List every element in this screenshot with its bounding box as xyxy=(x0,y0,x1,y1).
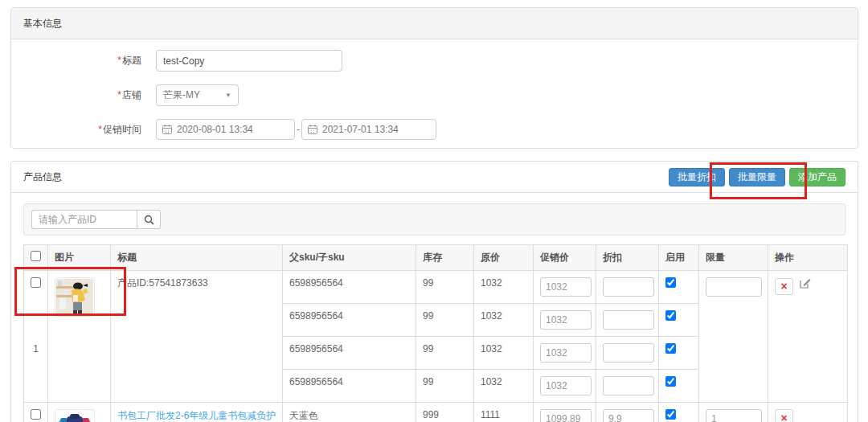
table-row: 1 xyxy=(24,271,848,304)
promo-time-field-row: *促销时间 2020-08-01 13:34 - 2021-07-01 13:3… xyxy=(23,119,845,140)
enable-checkbox[interactable] xyxy=(665,277,676,288)
product-id-text: 产品ID:57541873633 xyxy=(117,277,230,289)
sku-cell: 6598956564 xyxy=(283,337,416,370)
discount-input[interactable] xyxy=(603,376,654,395)
promo-price-input[interactable] xyxy=(540,277,592,297)
product-info-title: 产品信息 xyxy=(23,171,62,182)
chevron-down-icon: ▼ xyxy=(225,92,231,99)
enable-checkbox[interactable] xyxy=(665,310,676,321)
edit-row-icon[interactable] xyxy=(800,277,811,291)
stock-cell: 99 xyxy=(416,304,474,337)
col-header-stock: 库存 xyxy=(416,245,474,271)
original-price-cell: 1032 xyxy=(474,370,534,403)
row-select-checkbox[interactable] xyxy=(31,409,41,420)
stock-cell: 999 xyxy=(416,403,474,422)
promo-price-input[interactable] xyxy=(540,310,592,330)
promo-price-input[interactable] xyxy=(540,376,592,395)
col-header-actions: 操作 xyxy=(768,245,848,271)
basic-info-header: 基本信息 xyxy=(11,8,858,39)
promo-end-input[interactable]: 2021-07-01 13:34 xyxy=(301,119,436,140)
discount-input[interactable] xyxy=(603,277,654,297)
enable-checkbox[interactable] xyxy=(665,376,676,387)
product-id-search-input[interactable] xyxy=(31,210,137,229)
search-button[interactable] xyxy=(137,210,161,229)
bulk-limit-button[interactable]: 批量限量 xyxy=(729,168,785,186)
sku-cell: 6598956564 xyxy=(283,271,416,304)
discount-input[interactable] xyxy=(603,409,654,422)
promo-end-value: 2021-07-01 13:34 xyxy=(322,124,399,135)
delete-row-button[interactable]: × xyxy=(775,409,793,422)
select-all-checkbox[interactable] xyxy=(31,251,41,261)
promo-start-input[interactable]: 2020-08-01 13:34 xyxy=(156,119,295,140)
product-image[interactable] xyxy=(55,277,95,317)
product-title-link[interactable]: 书包工厂批发2-6年级儿童书包减负护脊儿童双肩包 小学生书包定制 xyxy=(117,409,278,422)
stock-cell: 99 xyxy=(416,271,474,304)
shop-select-value: 芒果-MY xyxy=(163,88,200,102)
product-info-header: 产品信息 批量折扣 批量限量 添加产品 xyxy=(11,162,858,193)
required-asterisk: * xyxy=(117,55,121,66)
col-header-image: 图片 xyxy=(48,245,111,271)
limit-input[interactable] xyxy=(706,277,762,297)
required-asterisk: * xyxy=(117,89,121,100)
discount-input[interactable] xyxy=(603,310,654,330)
product-info-panel: 产品信息 批量折扣 批量限量 添加产品 图片 标题 父sku/子sku xyxy=(10,161,858,422)
child-photo-image xyxy=(56,279,93,315)
limit-input[interactable] xyxy=(706,409,762,422)
title-field-row: *标题 xyxy=(23,50,845,72)
delete-row-button[interactable]: × xyxy=(775,278,793,295)
required-asterisk: * xyxy=(98,124,102,135)
enable-checkbox[interactable] xyxy=(665,409,676,420)
product-table: 图片 标题 父sku/子sku 库存 原价 促销价 折扣 启用 限量 操作 1 xyxy=(23,244,848,422)
row-select-checkbox[interactable] xyxy=(31,277,41,288)
promo-price-input[interactable] xyxy=(540,409,592,422)
product-search-bar xyxy=(23,203,845,236)
promo-time-label: *促销时间 xyxy=(23,123,156,137)
shop-label: *店铺 xyxy=(23,88,156,102)
col-header-discount: 折扣 xyxy=(596,245,659,271)
basic-info-title: 基本信息 xyxy=(23,18,62,29)
search-icon xyxy=(144,215,154,225)
calendar-icon xyxy=(162,125,172,134)
title-label: *标题 xyxy=(23,54,156,68)
title-input[interactable] xyxy=(156,50,342,72)
stock-cell: 99 xyxy=(416,337,474,370)
promo-start-value: 2020-08-01 13:34 xyxy=(177,124,253,135)
basic-info-panel: 基本信息 *标题 *店铺 芒果-MY ▼ *促销时间 2020-08-01 13… xyxy=(10,7,858,149)
table-row: 书包工厂批发2-6年级儿童书包减负护脊儿童双肩包 小学生书包定制 天蓝色 999… xyxy=(24,403,848,422)
sku-cell: 6598956564 xyxy=(283,304,416,337)
table-header-row: 图片 标题 父sku/子sku 库存 原价 促销价 折扣 启用 限量 操作 xyxy=(24,245,848,271)
promo-price-input[interactable] xyxy=(540,343,592,363)
original-price-cell: 1032 xyxy=(474,304,534,337)
date-range-separator: - xyxy=(297,124,300,135)
original-price-cell: 1111 xyxy=(474,403,534,422)
col-header-sku: 父sku/子sku xyxy=(283,245,416,271)
row-index: 1 xyxy=(24,343,47,354)
product-image[interactable] xyxy=(55,409,95,422)
col-header-title: 标题 xyxy=(111,245,283,271)
stock-cell: 99 xyxy=(416,370,474,403)
enable-checkbox[interactable] xyxy=(665,343,676,354)
original-price-cell: 1032 xyxy=(474,337,534,370)
backpacks-photo-image xyxy=(56,411,93,422)
shop-select[interactable]: 芒果-MY ▼ xyxy=(156,84,239,106)
original-price-cell: 1032 xyxy=(474,271,534,304)
col-header-original-price: 原价 xyxy=(474,245,534,271)
add-product-button[interactable]: 添加产品 xyxy=(789,168,845,186)
shop-field-row: *店铺 芒果-MY ▼ xyxy=(23,84,845,106)
col-header-enable: 启用 xyxy=(659,245,699,271)
col-header-promo-price: 促销价 xyxy=(534,245,596,271)
sku-cell: 天蓝色 xyxy=(283,403,416,422)
calendar-icon xyxy=(308,125,317,134)
col-header-limit: 限量 xyxy=(699,245,768,271)
discount-input[interactable] xyxy=(603,343,654,363)
sku-cell: 6598956564 xyxy=(283,370,416,403)
bulk-discount-button[interactable]: 批量折扣 xyxy=(669,168,725,186)
